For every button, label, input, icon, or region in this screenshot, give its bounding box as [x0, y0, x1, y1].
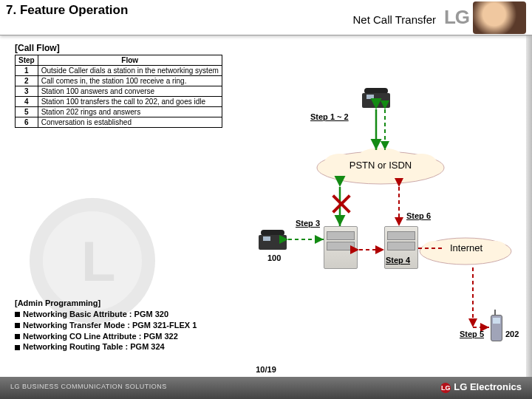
step-1-2-label: Step 1 ~ 2 [310, 112, 349, 121]
footer-right-logo: LGLG Electronics [440, 381, 522, 393]
footer-left-text: LG BUSINESS COMMUNICATION SOLUTIONS [10, 383, 167, 390]
lg-logo: LG [444, 6, 469, 29]
admin-item: Networking Routing Table : PGM 324 [15, 341, 197, 352]
feature-title: Net Call Transfer [352, 13, 436, 26]
station-100-label: 100 [267, 253, 281, 262]
admin-item: Networking CO Line Attribute : PGM 322 [15, 331, 197, 342]
lg-circle-icon: LG [440, 383, 451, 393]
admin-item: Networking Transfer Mode : PGM 321-FLEX … [15, 320, 197, 331]
step-3-label: Step 3 [296, 219, 320, 228]
step-6-label: Step 6 [406, 211, 431, 220]
step-4-label: Step 4 [386, 256, 410, 265]
slide-content: [Call Flow] Step Flow 1Outside Caller di… [0, 35, 532, 375]
admin-item: Networking Basic Attribute : PGM 320 [15, 309, 197, 320]
slide-header: 7. Feature Operation Net Call Transfer L… [0, 0, 532, 35]
mascot-face-image [473, 1, 526, 34]
station-202-label: 202 [505, 330, 519, 338]
slide-footer: LG BUSINESS COMMUNICATION SOLUTIONS LGLG… [0, 377, 532, 399]
admin-title: [Admin Programming] [15, 298, 197, 309]
disconnect-cross-icon [331, 194, 352, 214]
section-title: 7. Feature Operation [6, 3, 128, 18]
admin-programming-block: [Admin Programming] Networking Basic Att… [15, 298, 197, 352]
step-5-label: Step 5 [460, 330, 484, 338]
